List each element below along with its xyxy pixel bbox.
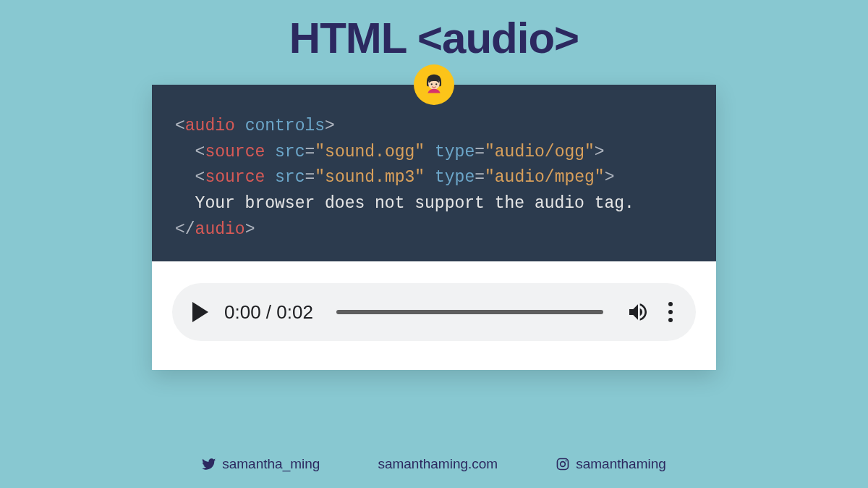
twitter-handle[interactable]: samantha_ming (202, 456, 320, 472)
svg-point-6 (566, 460, 567, 461)
instagram-icon (556, 457, 570, 471)
svg-point-5 (561, 462, 566, 467)
instagram-handle[interactable]: samanthaming (556, 456, 666, 472)
avatar-icon (417, 68, 451, 101)
seek-track[interactable] (336, 310, 603, 314)
avatar-badge (414, 64, 454, 105)
page-title: HTML <audio> (289, 13, 579, 63)
more-options-button[interactable] (665, 299, 676, 325)
website-text: samanthaming.com (378, 456, 498, 472)
instagram-text: samanthaming (576, 456, 666, 472)
audio-player: 0:00 / 0:02 (172, 283, 696, 341)
svg-point-2 (431, 83, 433, 85)
player-preview-area: 0:00 / 0:02 (152, 261, 716, 370)
code-block: <audio controls> <source src="sound.ogg"… (152, 85, 716, 261)
tutorial-card: <audio controls> <source src="sound.ogg"… (152, 85, 716, 370)
volume-button[interactable] (626, 300, 650, 324)
twitter-text: samantha_ming (222, 456, 320, 472)
twitter-icon (202, 457, 216, 471)
time-display: 0:00 / 0:02 (224, 301, 313, 324)
play-button[interactable] (192, 302, 208, 322)
website-link[interactable]: samanthaming.com (378, 456, 498, 472)
volume-icon (626, 300, 650, 324)
svg-point-3 (435, 83, 437, 85)
footer: samantha_ming samanthaming.com samantham… (0, 456, 868, 472)
